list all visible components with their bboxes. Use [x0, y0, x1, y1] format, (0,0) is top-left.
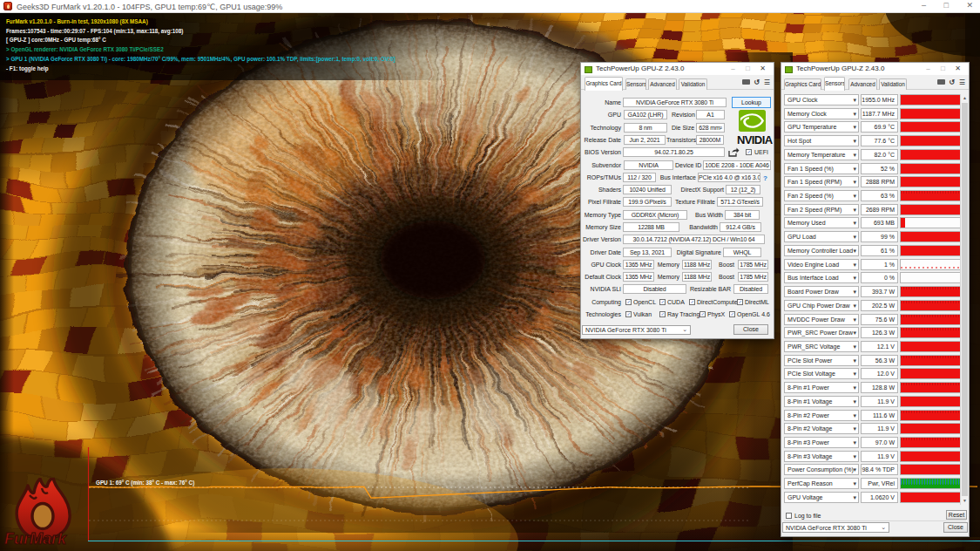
svg-text:FurMark: FurMark [4, 530, 67, 548]
svg-text:NVIDIA: NVIDIA [737, 133, 773, 146]
